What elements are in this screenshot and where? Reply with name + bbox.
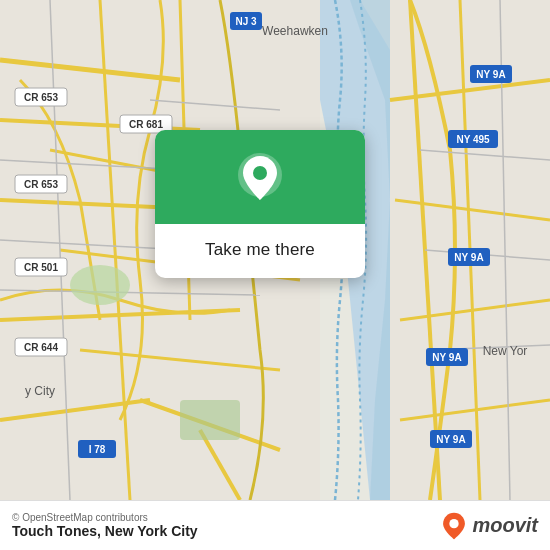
moovit-logo: moovit	[440, 512, 538, 540]
svg-text:NY 9A: NY 9A	[432, 352, 461, 363]
svg-text:CR 681: CR 681	[129, 119, 163, 130]
svg-text:New Yor: New Yor	[483, 344, 528, 358]
svg-text:NY 9A: NY 9A	[454, 252, 483, 263]
location-pin-icon	[233, 152, 287, 206]
svg-text:CR 653: CR 653	[24, 92, 58, 103]
svg-text:NJ 3: NJ 3	[235, 16, 257, 27]
location-title: Touch Tones, New York City	[12, 523, 198, 539]
svg-text:CR 501: CR 501	[24, 262, 58, 273]
svg-text:Weehawken: Weehawken	[262, 24, 328, 38]
svg-text:CR 644: CR 644	[24, 342, 58, 353]
bottom-left-info: © OpenStreetMap contributors Touch Tones…	[12, 512, 198, 539]
svg-text:NY 495: NY 495	[456, 134, 490, 145]
svg-point-61	[70, 265, 130, 305]
moovit-label: moovit	[472, 514, 538, 537]
card-overlay: Take me there	[155, 130, 365, 278]
svg-rect-62	[180, 400, 240, 440]
svg-point-65	[253, 166, 267, 180]
svg-point-66	[450, 519, 459, 528]
svg-text:CR 653: CR 653	[24, 179, 58, 190]
svg-text:y City: y City	[25, 384, 55, 398]
svg-text:I 78: I 78	[89, 444, 106, 455]
svg-text:NY 9A: NY 9A	[436, 434, 465, 445]
map-container: CR 653 CR 681 CR 653 CR 501 CR 644 I 78 …	[0, 0, 550, 500]
svg-text:NY 9A: NY 9A	[476, 69, 505, 80]
card-button-section: Take me there	[155, 224, 365, 278]
moovit-pin-icon	[440, 512, 468, 540]
copyright-text: © OpenStreetMap contributors	[12, 512, 198, 523]
take-me-there-button[interactable]: Take me there	[205, 238, 315, 262]
bottom-bar: © OpenStreetMap contributors Touch Tones…	[0, 500, 550, 550]
card-green-section	[155, 130, 365, 224]
